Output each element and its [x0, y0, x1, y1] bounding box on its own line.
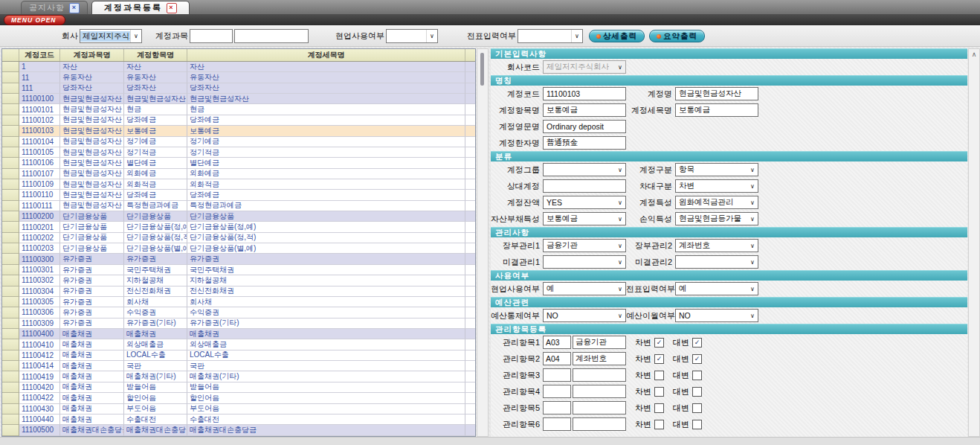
table-row[interactable]: 11100110현금및현금성자산당좌예금당좌예금 [2, 190, 475, 200]
row-selector-cell[interactable] [2, 350, 19, 361]
account-hanja-name-field[interactable]: 普通預金 [543, 136, 626, 150]
row-selector-cell[interactable] [2, 83, 19, 94]
table-row[interactable]: 11100419매출채권매출채권(기타)매출채권(기타) [2, 371, 475, 382]
debit-checkbox-1[interactable]: ✓ [654, 338, 664, 348]
asset-liability-attribute-select[interactable]: 보통예금∨ [543, 212, 626, 225]
row-selector-cell[interactable] [2, 233, 19, 243]
column-header[interactable]: 계정코드 [19, 49, 60, 61]
close-icon[interactable]: × [167, 3, 177, 13]
account-code-field[interactable]: 11100103 [543, 87, 626, 100]
row-selector-cell[interactable] [2, 190, 19, 200]
account-item-name-field[interactable]: 보통예금 [543, 103, 626, 117]
table-scrollbar[interactable] [477, 48, 489, 437]
debit-checkbox-5[interactable] [654, 403, 664, 413]
debit-checkbox-4[interactable] [654, 387, 664, 397]
row-selector-cell[interactable] [2, 126, 19, 136]
mgmt-item-code-field-1[interactable]: A03 [543, 336, 571, 349]
mgmt-item-code-field-6[interactable] [543, 417, 571, 431]
credit-checkbox-6[interactable] [692, 420, 702, 429]
account-name-field[interactable]: 현금및현금성자산 [675, 87, 758, 100]
row-selector-cell[interactable] [2, 158, 19, 168]
table-row[interactable]: 11100301유가증권국민주택채권국민주택채권 [2, 265, 475, 275]
mgmt-item-name-field-5[interactable] [573, 401, 626, 414]
field-use-filter-select[interactable]: ∨ [386, 29, 438, 43]
row-selector-cell[interactable] [2, 297, 19, 307]
row-selector-cell[interactable] [2, 179, 19, 190]
row-selector-cell[interactable] [2, 286, 19, 297]
credit-checkbox-3[interactable] [692, 371, 702, 380]
account-group-select[interactable]: ∨ [543, 163, 626, 176]
table-row[interactable]: 11100302유가증권지하철공채지하철공채 [2, 275, 475, 286]
row-selector-cell[interactable] [2, 414, 19, 425]
row-selector-cell[interactable] [2, 104, 19, 115]
table-row[interactable]: 11100414매출채권국판국판 [2, 361, 475, 371]
table-row[interactable]: 11100202단기금융상품단기금융상품(정,적)단기금융상품(정,적) [2, 233, 475, 243]
table-row[interactable]: 11100400매출채권매출채권매출채권 [2, 329, 475, 339]
ledger-mgmt2-select[interactable]: 계좌번호∨ [675, 239, 758, 252]
row-selector-cell[interactable] [2, 169, 19, 179]
row-selector-cell[interactable] [2, 265, 19, 275]
detail-print-button[interactable]: 상세출력 [589, 30, 645, 42]
row-selector-cell[interactable] [2, 393, 19, 403]
table-row[interactable]: 11100111현금및현금성자산특정현금과예금특정현금과예금 [2, 201, 475, 211]
row-selector-cell[interactable] [2, 404, 19, 414]
mgmt-item-code-field-4[interactable] [543, 385, 571, 398]
row-selector-cell[interactable] [2, 425, 19, 435]
table-row[interactable]: 11100300유가증권유가증권유가증권 [2, 254, 475, 264]
scrollbar-thumb[interactable] [480, 53, 484, 86]
table-row[interactable]: 11100305유가증권회사채회사채 [2, 297, 475, 307]
mgmt-item-name-field-2[interactable]: 계좌번호 [573, 352, 626, 365]
open-item-mgmt2-select[interactable]: ∨ [675, 255, 758, 269]
table-row[interactable]: 11100203단기금융상품단기금융상품(별,예)단기금융상품(별,예) [2, 243, 475, 254]
profit-loss-attribute-select[interactable]: 현금및현금등가물∨ [675, 212, 758, 225]
account-name-input[interactable] [234, 29, 309, 43]
mgmt-item-code-field-3[interactable] [543, 368, 571, 382]
mgmt-item-code-field-5[interactable] [543, 401, 571, 414]
table-row[interactable]: 11100200단기금융상품단기금융상품단기금융상품 [2, 211, 475, 222]
row-selector-cell[interactable] [2, 329, 19, 339]
debit-checkbox-3[interactable] [654, 371, 664, 380]
row-selector-cell[interactable] [2, 201, 19, 211]
debit-credit-class-select[interactable]: 차변∨ [675, 179, 758, 193]
table-row[interactable]: 11100100현금및현금성자산현금및현금성자산현금및현금성자산 [2, 94, 475, 104]
row-selector-cell[interactable] [2, 307, 19, 318]
row-selector-cell[interactable] [2, 318, 19, 329]
budget-carryover-select[interactable]: NO∨ [675, 309, 758, 322]
table-row[interactable]: 11100105현금및현금성자산정기적금정기적금 [2, 147, 475, 158]
table-row[interactable]: 111당좌자산당좌자산당좌자산 [2, 83, 475, 94]
account-class-select[interactable]: 항목∨ [675, 163, 758, 176]
slip-input-select[interactable]: 예∨ [675, 282, 758, 295]
table-row[interactable]: 11100430매출채권부도어음부도어음 [2, 404, 475, 414]
row-selector-cell[interactable] [2, 339, 19, 350]
row-selector-cell[interactable] [2, 211, 19, 222]
table-row[interactable]: 11100306유가증권수익증권수익증권 [2, 307, 475, 318]
table-row[interactable]: 11100500매출채권대손충당금매출채권대손충당금매출채권대손충당금 [2, 425, 475, 435]
row-selector-cell[interactable] [2, 72, 19, 83]
table-row[interactable]: 11100106현금및현금성자산별단예금별단예금 [2, 158, 475, 168]
column-header[interactable]: 계정과목명 [60, 49, 124, 61]
mgmt-item-name-field-6[interactable] [573, 417, 626, 431]
row-selector-cell[interactable] [2, 137, 19, 147]
mgmt-item-name-field-1[interactable]: 금융기관 [573, 336, 626, 349]
panel-scrollbar[interactable]: ∧ [968, 48, 980, 437]
row-selector-cell[interactable] [2, 115, 19, 126]
mgmt-item-name-field-4[interactable] [573, 385, 626, 398]
table-row[interactable]: 11100109현금및현금성자산외화적금외화적금 [2, 179, 475, 190]
table-row[interactable]: 11100422매출채권할인어음할인어음 [2, 393, 475, 403]
credit-checkbox-5[interactable] [692, 403, 702, 413]
account-balance-select[interactable]: YES∨ [543, 196, 626, 209]
row-selector-cell[interactable] [2, 371, 19, 382]
table-row[interactable]: 11100201단기금융상품단기금융상품(정,예)단기금융상품(정,예) [2, 222, 475, 232]
row-selector-cell[interactable] [2, 254, 19, 264]
row-selector-cell[interactable] [2, 361, 19, 371]
close-icon[interactable]: × [69, 3, 80, 13]
account-english-name-field[interactable]: Ordinary deposit [543, 120, 626, 133]
account-attribute-select[interactable]: 원화예적금관리∨ [675, 196, 758, 209]
table-row[interactable]: 11100101현금및현금성자산현금현금 [2, 104, 475, 115]
row-selector-cell[interactable] [2, 147, 19, 158]
row-selector-cell[interactable] [2, 382, 19, 393]
table-row[interactable]: 11100309유가증권유가증권(기타)유가증권(기타) [2, 318, 475, 329]
field-use-select[interactable]: 예∨ [543, 282, 626, 295]
table-row[interactable]: 11100410매출채권외상매출금외상매출금 [2, 339, 475, 350]
debit-checkbox-6[interactable] [654, 420, 664, 429]
